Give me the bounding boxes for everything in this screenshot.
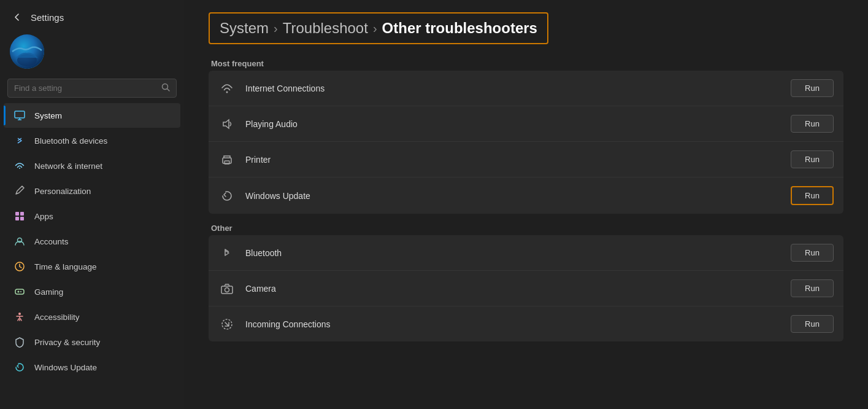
apps-icon [13, 210, 26, 222]
sidebar-item-update[interactable]: Windows Update [4, 355, 180, 380]
personalization-icon [13, 185, 26, 197]
nav-list: SystemBluetooth & devicesNetwork & inter… [0, 103, 184, 380]
bluetooth-icon [13, 134, 26, 147]
run-button-incoming[interactable]: Run [791, 315, 834, 333]
troubleshooter-name-incoming: Incoming Connections [245, 319, 781, 329]
troubleshooter-list-other: BluetoothRunCameraRunIncoming Connection… [209, 235, 843, 341]
troubleshooter-name-winupdate: Windows Update [245, 191, 781, 201]
troubleshooter-item-winupdate: Windows UpdateRun [209, 177, 843, 214]
svg-line-3 [167, 89, 170, 92]
main-content: System › Troubleshoot › Other troublesho… [184, 0, 868, 409]
svg-point-16 [20, 291, 21, 292]
accessibility-icon [13, 311, 26, 323]
sidebar-item-label-time: Time & language [34, 262, 97, 271]
troubleshooter-item-bluetooth: BluetoothRun [209, 235, 843, 271]
bluetooth-icon [218, 244, 236, 262]
gaming-icon [13, 286, 26, 298]
run-button-winupdate[interactable]: Run [791, 186, 834, 205]
svg-point-17 [18, 313, 21, 315]
sidebar-item-label-accounts: Accounts [34, 237, 69, 246]
breadcrumb-other-troubleshooters: Other troubleshooters [382, 20, 537, 37]
svg-rect-4 [15, 111, 25, 118]
troubleshooter-item-camera: CameraRun [209, 271, 843, 306]
internet-icon [218, 80, 236, 97]
sidebar-item-gaming[interactable]: Gaming [4, 279, 180, 304]
sidebar-header: Settings [0, 0, 184, 29]
run-button-audio[interactable]: Run [791, 115, 834, 133]
svg-marker-19 [223, 120, 229, 128]
sidebar-item-label-network: Network & internet [34, 162, 102, 171]
sidebar-title: Settings [31, 12, 64, 23]
section-other: OtherBluetoothRunCameraRunIncoming Conne… [209, 224, 843, 341]
sidebar-item-label-personalization: Personalization [34, 187, 91, 196]
sidebar-item-apps[interactable]: Apps [4, 204, 180, 228]
avatar [10, 34, 44, 69]
breadcrumb-system: System [220, 20, 269, 37]
troubleshooter-name-bluetooth: Bluetooth [245, 248, 781, 258]
sidebar-item-bluetooth[interactable]: Bluetooth & devices [4, 128, 180, 153]
sidebar-item-label-update: Windows Update [34, 363, 97, 372]
winupdate-icon [218, 187, 236, 204]
svg-rect-7 [15, 212, 19, 216]
printer-icon [218, 151, 236, 168]
run-button-bluetooth[interactable]: Run [791, 244, 834, 262]
run-button-internet[interactable]: Run [791, 79, 834, 97]
sidebar-item-network[interactable]: Network & internet [4, 154, 180, 178]
section-label-most-frequent: Most frequent [209, 59, 843, 68]
run-button-camera[interactable]: Run [791, 279, 834, 297]
breadcrumb: System › Troubleshoot › Other troublesho… [209, 12, 548, 44]
run-button-printer[interactable]: Run [791, 150, 834, 168]
camera-icon [218, 280, 236, 297]
svg-point-18 [226, 91, 228, 93]
troubleshooter-name-internet: Internet Connections [245, 84, 781, 93]
breadcrumb-troubleshoot: Troubleshoot [283, 20, 368, 37]
sections-container: Most frequentInternet ConnectionsRunPlay… [209, 59, 843, 341]
time-icon [13, 260, 26, 273]
svg-point-23 [225, 287, 229, 292]
sidebar-item-label-system: System [34, 111, 62, 120]
svg-rect-10 [20, 217, 24, 220]
troubleshooter-item-internet: Internet ConnectionsRun [209, 71, 843, 106]
breadcrumb-sep-2: › [373, 21, 377, 36]
sidebar-item-label-privacy: Privacy & security [34, 338, 100, 347]
sidebar-item-personalization[interactable]: Personalization [4, 179, 180, 203]
audio-icon [218, 115, 236, 133]
network-icon [13, 160, 26, 172]
sidebar-item-label-bluetooth: Bluetooth & devices [34, 136, 107, 146]
sidebar-item-label-gaming: Gaming [34, 287, 63, 297]
sidebar: Settings SystemBluetooth & [0, 0, 184, 409]
troubleshooter-item-printer: PrinterRun [209, 142, 843, 177]
troubleshooter-item-incoming: Incoming ConnectionsRun [209, 306, 843, 341]
accounts-icon [13, 235, 26, 247]
section-label-other: Other [209, 224, 843, 233]
sidebar-item-privacy[interactable]: Privacy & security [4, 330, 180, 354]
sidebar-item-system[interactable]: System [4, 103, 180, 128]
svg-rect-9 [15, 217, 19, 220]
privacy-icon [13, 336, 26, 348]
incoming-icon [218, 316, 236, 333]
section-most-frequent: Most frequentInternet ConnectionsRunPlay… [209, 59, 843, 214]
back-button[interactable] [10, 10, 25, 25]
sidebar-item-label-apps: Apps [34, 212, 53, 221]
search-box[interactable] [7, 79, 177, 98]
troubleshooter-list-most-frequent: Internet ConnectionsRunPlaying AudioRunP… [209, 71, 843, 214]
svg-rect-8 [20, 212, 24, 216]
troubleshooter-name-printer: Printer [245, 155, 781, 165]
sidebar-item-time[interactable]: Time & language [4, 254, 180, 279]
sidebar-item-label-accessibility: Accessibility [34, 313, 80, 322]
update-icon [13, 361, 26, 373]
troubleshooter-item-audio: Playing AudioRun [209, 106, 843, 142]
svg-rect-13 [15, 289, 24, 294]
search-icon [161, 83, 170, 93]
sidebar-item-accounts[interactable]: Accounts [4, 229, 180, 254]
troubleshooter-name-camera: Camera [245, 284, 781, 294]
sidebar-item-accessibility[interactable]: Accessibility [4, 305, 180, 329]
search-input[interactable] [14, 84, 156, 93]
system-icon [13, 109, 26, 122]
troubleshooter-name-audio: Playing Audio [245, 119, 781, 129]
breadcrumb-sep-1: › [274, 21, 278, 36]
